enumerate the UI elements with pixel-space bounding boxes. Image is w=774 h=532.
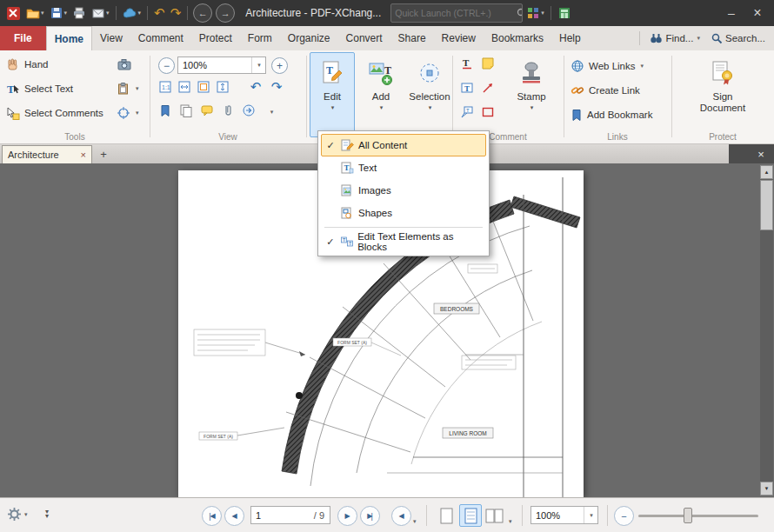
save-button[interactable] <box>48 3 70 23</box>
forward-button[interactable] <box>216 3 235 23</box>
session-button[interactable] <box>524 3 546 23</box>
comments-pane-button[interactable] <box>199 103 215 118</box>
typewriter-tool-button[interactable]: T <box>459 56 475 71</box>
quick-launch-input[interactable] <box>391 8 516 18</box>
sticky-note-tool-button[interactable] <box>480 56 496 71</box>
zoom-slider-track[interactable] <box>638 515 758 517</box>
layout-button[interactable] <box>556 3 573 23</box>
first-page-button[interactable] <box>202 506 222 526</box>
tab-comment[interactable]: Comment <box>130 26 191 50</box>
thumbnails-pane-button[interactable] <box>178 103 194 118</box>
scroll-down-button[interactable] <box>760 482 773 495</box>
web-links-button[interactable]: Web Links <box>570 57 644 75</box>
options-button[interactable] <box>7 507 28 522</box>
tab-form[interactable]: Form <box>240 26 280 50</box>
scrollbar-thumb[interactable] <box>760 180 773 230</box>
menu-item-edit-text-blocks[interactable]: TT Edit Text Elements as Blocks <box>321 230 486 253</box>
cloud-button[interactable] <box>121 3 143 23</box>
zoom-slider-thumb[interactable] <box>684 508 692 523</box>
attachments-pane-button[interactable] <box>220 103 236 118</box>
undo-button[interactable] <box>152 3 167 23</box>
edit-button[interactable]: T Edit <box>310 52 355 137</box>
tools-group-label: Tools <box>0 132 150 142</box>
selection-label: Selection <box>409 91 450 103</box>
tab-help[interactable]: Help <box>551 26 589 50</box>
create-link-button[interactable]: Create Link <box>570 82 640 99</box>
tab-view[interactable]: View <box>92 26 130 50</box>
zoom-combo[interactable]: 100% <box>530 506 598 524</box>
scroll-up-button[interactable] <box>760 165 773 179</box>
tab-review[interactable]: Review <box>434 26 484 50</box>
paste-button[interactable] <box>117 79 139 98</box>
tab-convert[interactable]: Convert <box>338 26 390 50</box>
rectangle-tool-button[interactable] <box>480 104 496 120</box>
email-button[interactable] <box>90 3 111 23</box>
actual-size-button[interactable]: 1:1 <box>157 79 173 95</box>
add-bookmark-button[interactable]: Add Bookmark <box>570 106 652 123</box>
continuous-view-button[interactable] <box>459 504 482 527</box>
callout-tool-button[interactable]: T <box>459 104 475 120</box>
tab-organize[interactable]: Organize <box>280 26 338 50</box>
view-history-button[interactable] <box>412 511 417 527</box>
arrow-tool-button[interactable] <box>480 80 496 96</box>
rotate-cw-button[interactable]: ↷ <box>269 79 284 95</box>
menu-item-shapes[interactable]: Shapes <box>321 202 486 224</box>
vertical-scrollbar[interactable] <box>760 165 773 495</box>
tools-more-button[interactable] <box>117 103 139 123</box>
bookmark-icon <box>570 109 583 122</box>
redo-button[interactable] <box>169 3 183 23</box>
shapes-icon <box>340 206 354 220</box>
last-page-button[interactable] <box>360 506 380 526</box>
back-button[interactable] <box>193 3 212 23</box>
find-button[interactable]: Find... <box>646 30 703 46</box>
fit-width-button[interactable] <box>177 79 192 95</box>
rotate-ccw-button[interactable]: ↶ <box>248 79 264 95</box>
tab-home[interactable]: Home <box>46 26 92 50</box>
previous-page-button[interactable] <box>224 506 244 526</box>
select-comments-button[interactable]: Select Comments <box>5 103 103 123</box>
previous-view-button[interactable] <box>391 506 411 526</box>
open-button[interactable] <box>24 3 46 23</box>
export-pane-button[interactable] <box>241 103 257 118</box>
print-button[interactable] <box>70 3 88 23</box>
document-tab-architecture[interactable]: Architecture <box>2 145 92 163</box>
menu-item-text[interactable]: T Text <box>321 156 486 179</box>
facing-pages-button[interactable] <box>484 504 506 527</box>
select-text-button[interactable]: T Select Text <box>5 79 73 98</box>
page-layout-more-button[interactable] <box>508 511 512 527</box>
snapshot-button[interactable] <box>117 55 132 74</box>
fit-height-button[interactable] <box>215 79 230 95</box>
window-title: Architecture - PDF-XChang... <box>245 7 381 19</box>
close-tab-icon[interactable] <box>81 150 86 160</box>
stamp-button[interactable]: Stamp <box>506 52 557 137</box>
minimize-button[interactable] <box>719 3 744 23</box>
bookmarks-pane-button[interactable] <box>157 103 173 118</box>
text-box-tool-button[interactable]: T <box>459 80 475 96</box>
zoom-in-button[interactable] <box>271 57 288 74</box>
expand-statusbar-button[interactable] <box>45 509 49 518</box>
single-page-button[interactable] <box>435 504 457 527</box>
tab-bookmarks[interactable]: Bookmarks <box>484 26 551 50</box>
new-tab-button[interactable] <box>96 147 111 162</box>
sign-document-button[interactable]: Sign Document <box>696 52 750 137</box>
zoom-out-button[interactable] <box>158 57 175 74</box>
menu-item-images[interactable]: Images <box>321 179 486 202</box>
hand-tool-button[interactable]: Hand <box>5 55 49 74</box>
panes-more-button[interactable] <box>264 104 279 120</box>
tab-file[interactable]: File <box>0 26 46 50</box>
search-button[interactable]: Search... <box>707 30 769 46</box>
zoom-out-statusbar-button[interactable] <box>614 506 634 526</box>
fit-page-button[interactable] <box>196 79 211 95</box>
tab-share[interactable]: Share <box>390 26 434 50</box>
menu-item-all-content[interactable]: All Content <box>321 134 486 156</box>
page-number-input[interactable] <box>251 510 302 521</box>
next-page-button[interactable] <box>337 506 357 526</box>
svg-text:BEDROOMS: BEDROOMS <box>440 306 474 312</box>
zoom-level-combo[interactable]: 100% <box>177 57 266 74</box>
svg-text:1:1: 1:1 <box>162 84 170 90</box>
tab-protect[interactable]: Protect <box>191 26 240 50</box>
close-document-button[interactable] <box>753 146 769 162</box>
add-button[interactable]: T Add <box>358 52 404 137</box>
close-button[interactable] <box>745 3 770 23</box>
selection-button[interactable]: Selection <box>407 52 452 137</box>
